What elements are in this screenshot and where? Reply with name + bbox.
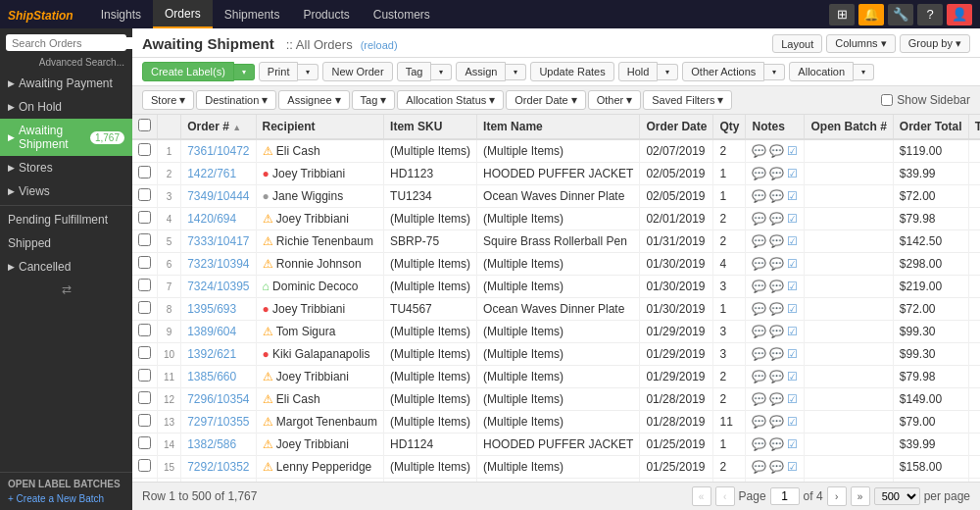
note-icon-3[interactable]: ☑: [787, 167, 798, 180]
row-checkbox-cell[interactable]: [132, 366, 158, 388]
row-checkbox-cell[interactable]: [132, 434, 158, 456]
row-checkbox[interactable]: [138, 211, 151, 224]
row-order[interactable]: 1422/761: [181, 163, 256, 185]
note-icon-2[interactable]: 💬: [769, 167, 784, 180]
layout-btn[interactable]: Layout: [772, 34, 822, 53]
row-order[interactable]: 7349/10444: [181, 185, 256, 208]
sidebar-item-awaiting-shipment[interactable]: ▶ Awaiting Shipment 1,767: [0, 119, 132, 156]
sidebar-item-pending-fulfillment[interactable]: Pending Fulfillment: [0, 208, 132, 231]
row-checkbox-cell[interactable]: [132, 276, 158, 298]
nav-tool-btn[interactable]: 🔧: [888, 4, 913, 26]
print-dropdown-btn[interactable]: ▾: [298, 64, 318, 80]
col-recipient[interactable]: Recipient: [256, 115, 384, 139]
col-qty[interactable]: Qty: [713, 115, 746, 139]
per-page-select[interactable]: 500 100 250: [874, 487, 920, 505]
nav-alert-btn[interactable]: 🔔: [858, 4, 884, 26]
sidebar-item-on-hold[interactable]: ▶ On Hold: [0, 95, 132, 119]
columns-btn[interactable]: Columns ▾: [826, 34, 895, 53]
note-icon-1[interactable]: 💬: [752, 437, 766, 451]
row-checkbox-cell[interactable]: [132, 321, 158, 343]
note-icon-1[interactable]: 💬: [752, 392, 766, 406]
nav-orders[interactable]: Orders: [153, 0, 213, 28]
row-checkbox-cell[interactable]: [132, 388, 158, 411]
prev-page-btn[interactable]: ‹: [715, 486, 735, 506]
row-checkbox[interactable]: [138, 143, 151, 156]
row-order[interactable]: 1420/694: [181, 208, 256, 230]
nav-shipments[interactable]: Shipments: [213, 0, 292, 28]
other-actions-dropdown-btn[interactable]: ▾: [764, 64, 785, 80]
reload-link[interactable]: (reload): [361, 39, 398, 51]
note-icon-1[interactable]: 💬: [752, 212, 766, 226]
sidebar-collapse-btn[interactable]: ⇄: [0, 279, 132, 300]
note-icon-1[interactable]: 💬: [752, 460, 766, 474]
row-checkbox[interactable]: [138, 233, 151, 246]
note-icon-2[interactable]: 💬: [769, 212, 784, 226]
row-order[interactable]: 7296/10354: [181, 388, 256, 411]
note-icon-3[interactable]: ☑: [787, 347, 798, 361]
row-checkbox[interactable]: [138, 256, 151, 269]
note-icon-2[interactable]: 💬: [769, 370, 784, 383]
nav-products[interactable]: Products: [291, 0, 361, 28]
create-label-dropdown-btn[interactable]: ▾: [234, 64, 255, 80]
row-checkbox-cell[interactable]: [132, 139, 158, 163]
note-icon-3[interactable]: ☑: [787, 189, 798, 203]
row-order[interactable]: 1382/586: [181, 434, 256, 456]
allocation-dropdown-btn[interactable]: ▾: [854, 64, 874, 80]
note-icon-1[interactable]: 💬: [752, 144, 766, 158]
note-icon-1[interactable]: 💬: [752, 302, 766, 316]
note-icon-2[interactable]: 💬: [769, 460, 784, 474]
update-rates-btn[interactable]: Update Rates: [530, 62, 613, 81]
note-icon-2[interactable]: 💬: [769, 234, 784, 248]
filter-store[interactable]: Store ▾: [142, 90, 194, 110]
col-order[interactable]: Order # ▲: [181, 115, 256, 139]
nav-help-btn[interactable]: ?: [917, 4, 943, 26]
note-icon-3[interactable]: ☑: [787, 325, 798, 338]
row-checkbox-cell[interactable]: [132, 411, 158, 434]
note-icon-3[interactable]: ☑: [787, 392, 798, 406]
tag-btn[interactable]: Tag: [397, 62, 432, 81]
row-checkbox[interactable]: [138, 459, 151, 472]
col-select-all[interactable]: [132, 115, 158, 139]
note-icon-3[interactable]: ☑: [787, 257, 798, 271]
note-icon-1[interactable]: 💬: [752, 257, 766, 271]
note-icon-3[interactable]: ☑: [787, 437, 798, 451]
row-checkbox[interactable]: [138, 301, 151, 314]
page-input[interactable]: [770, 487, 800, 505]
nav-grid-btn[interactable]: ⊞: [829, 4, 855, 26]
note-icon-1[interactable]: 💬: [752, 189, 766, 203]
note-icon-2[interactable]: 💬: [769, 302, 784, 316]
row-order[interactable]: 1389/604: [181, 321, 256, 343]
select-all-checkbox[interactable]: [138, 119, 151, 131]
next-page-btn[interactable]: ›: [827, 486, 847, 506]
show-sidebar-checkbox[interactable]: [881, 94, 893, 106]
row-checkbox-cell[interactable]: [132, 456, 158, 479]
col-order-total[interactable]: Order Total: [893, 115, 968, 139]
row-order[interactable]: 7324/10395: [181, 276, 256, 298]
row-checkbox-cell[interactable]: [132, 230, 158, 253]
row-checkbox[interactable]: [138, 166, 151, 178]
filter-order-date[interactable]: Order Date ▾: [506, 90, 585, 110]
new-order-btn[interactable]: New Order: [322, 62, 392, 81]
other-actions-btn[interactable]: Other Actions: [682, 62, 764, 81]
note-icon-2[interactable]: 💬: [769, 189, 784, 203]
row-order[interactable]: 7292/10352: [181, 456, 256, 479]
create-new-batch-link[interactable]: + Create a New Batch: [8, 493, 124, 504]
print-btn[interactable]: Print: [259, 62, 299, 81]
note-icon-1[interactable]: 💬: [752, 280, 766, 293]
note-icon-1[interactable]: 💬: [752, 325, 766, 338]
sidebar-item-views[interactable]: ▶ Views: [0, 179, 132, 203]
row-order[interactable]: 7323/10394: [181, 253, 256, 276]
note-icon-1[interactable]: 💬: [752, 415, 766, 429]
note-icon-3[interactable]: ☑: [787, 302, 798, 316]
search-box[interactable]: 🔍: [6, 34, 126, 51]
col-sku[interactable]: Item SKU: [384, 115, 477, 139]
note-icon-2[interactable]: 💬: [769, 437, 784, 451]
sidebar-item-awaiting-payment[interactable]: ▶ Awaiting Payment: [0, 72, 132, 95]
note-icon-2[interactable]: 💬: [769, 392, 784, 406]
tag-dropdown-btn[interactable]: ▾: [431, 64, 452, 80]
filter-saved-filters[interactable]: Saved Filters ▾: [643, 90, 732, 110]
advanced-search-link[interactable]: Advanced Search...: [0, 57, 132, 72]
filter-assignee[interactable]: Assignee ▾: [278, 90, 349, 110]
allocation-btn[interactable]: Allocation: [789, 62, 854, 81]
col-item-name[interactable]: Item Name: [477, 115, 640, 139]
